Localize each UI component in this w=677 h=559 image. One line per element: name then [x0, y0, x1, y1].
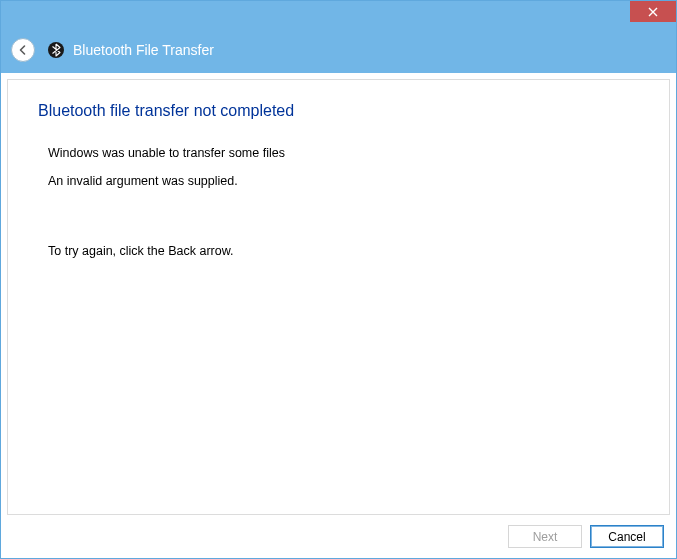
content-wrap: Bluetooth file transfer not completed Wi…	[1, 73, 676, 558]
titlebar	[1, 1, 676, 33]
close-button[interactable]	[630, 1, 676, 22]
wizard-title: Bluetooth File Transfer	[73, 42, 214, 58]
back-button[interactable]	[11, 38, 35, 62]
next-button: Next	[508, 525, 582, 548]
page-heading: Bluetooth file transfer not completed	[38, 102, 639, 120]
close-icon	[648, 7, 658, 17]
bluetooth-icon	[47, 41, 65, 59]
wizard-header: Bluetooth File Transfer	[1, 33, 676, 73]
button-row: Next Cancel	[7, 515, 670, 552]
cancel-button[interactable]: Cancel	[590, 525, 664, 548]
wizard-window: Bluetooth File Transfer Bluetooth file t…	[0, 0, 677, 559]
content-panel: Bluetooth file transfer not completed Wi…	[7, 79, 670, 515]
message-line-2: An invalid argument was supplied.	[38, 174, 639, 188]
back-arrow-icon	[16, 43, 30, 57]
message-line-3: To try again, click the Back arrow.	[38, 244, 639, 258]
message-line-1: Windows was unable to transfer some file…	[38, 146, 639, 160]
